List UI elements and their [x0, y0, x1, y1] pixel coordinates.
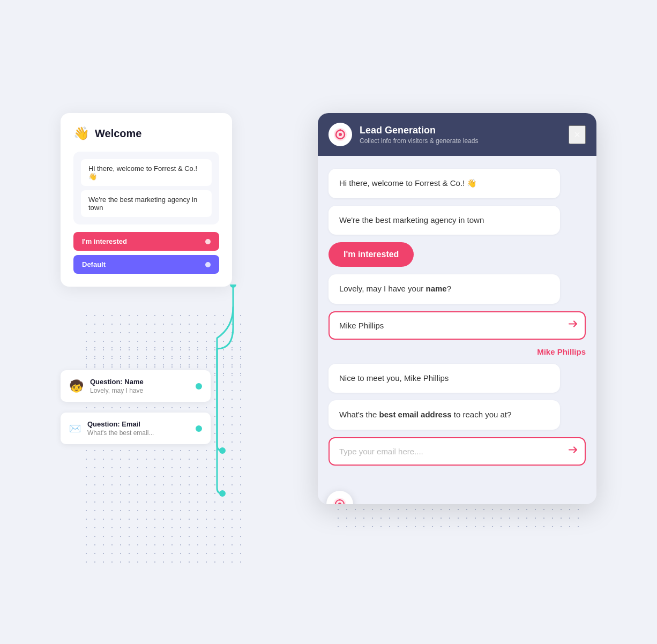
svg-point-10	[339, 499, 341, 501]
email-node-subtitle: What's the best email...	[87, 429, 154, 437]
chat-interested-button[interactable]: I'm interested	[328, 242, 414, 267]
flow-node-name: 🧒 Question: Name Lovely, may I have	[61, 370, 211, 402]
email-input[interactable]	[328, 437, 586, 466]
chat-header-info: Lead Generation Collect info from visito…	[360, 125, 561, 145]
email-input-wrapper	[328, 437, 586, 466]
connector-svg	[216, 284, 280, 510]
email-node-title: Question: Email	[87, 420, 154, 428]
chat-bubble-1: Hi there, welcome to Forrest & Co.! 👋	[328, 169, 560, 198]
flow-btn-interested[interactable]: I'm interested	[73, 232, 219, 251]
flow-nodes-container: 🧒 Question: Name Lovely, may I have ✉️ Q…	[61, 370, 211, 444]
chat-close-button[interactable]: ×	[569, 125, 586, 144]
name-input-wrapper	[328, 311, 586, 340]
logo-svg	[333, 127, 348, 142]
svg-point-5	[339, 133, 342, 136]
name-node-dot	[196, 383, 202, 390]
email-node-text: Question: Email What's the best email...	[87, 420, 154, 437]
send-icon-2	[568, 445, 578, 455]
chat-widget: Lead Generation Collect info from visito…	[318, 113, 596, 504]
flow-node-email: ✉️ Question: Email What's the best email…	[61, 413, 211, 444]
chat-bubble-5: What's the best email address to reach y…	[328, 400, 560, 430]
chat-subtitle: Collect info from visitors & generate le…	[360, 137, 561, 145]
svg-point-1	[219, 447, 226, 454]
email-send-button[interactable]	[568, 445, 578, 458]
svg-point-2	[219, 490, 226, 497]
fab-icon	[332, 497, 347, 504]
name-node-title: Question: Name	[90, 378, 144, 386]
send-icon	[568, 319, 578, 330]
chat-bubble-3: Lovely, may I have your name?	[328, 274, 560, 304]
btn-dot-2	[205, 262, 211, 267]
chat-body: Hi there, welcome to Forrest & Co.! 👋 We…	[318, 156, 596, 504]
chat-title: Lead Generation	[360, 125, 561, 136]
name-node-text: Question: Name Lovely, may I have	[90, 378, 144, 394]
panel-header: 👋 Welcome	[73, 126, 219, 141]
flow-buttons: I'm interested Default	[73, 232, 219, 274]
svg-point-0	[230, 284, 236, 288]
flow-btn-default[interactable]: Default	[73, 255, 219, 274]
name-send-button[interactable]	[568, 319, 578, 332]
chat-logo	[328, 123, 352, 146]
svg-point-6	[339, 129, 341, 131]
welcome-emoji: 👋	[73, 126, 89, 141]
chat-bubble-4: Nice to meet you, Mike Phillips	[328, 364, 560, 393]
email-node-dot	[196, 425, 202, 432]
name-node-emoji: 🧒	[69, 379, 84, 393]
name-input[interactable]	[328, 311, 586, 340]
flow-builder-panel: 👋 Welcome Hi there, welcome to Forrest &…	[61, 113, 232, 287]
user-reply-name: Mike Phillips	[537, 347, 586, 356]
btn-dot	[205, 239, 211, 244]
flow-message-1: Hi there, welcome to Forrest & Co.! 👋	[81, 159, 212, 186]
name-node-subtitle: Lovely, may I have	[90, 387, 144, 394]
chat-bubble-2: We're the best marketing agency in town	[328, 206, 560, 235]
email-node-icon: ✉️	[69, 423, 81, 435]
flow-messages-container: Hi there, welcome to Forrest & Co.! 👋 We…	[73, 152, 219, 224]
chat-header: Lead Generation Collect info from visito…	[318, 113, 596, 156]
panel-title: Welcome	[95, 128, 141, 140]
flow-message-2: We're the best marketing agency in town	[81, 190, 212, 217]
